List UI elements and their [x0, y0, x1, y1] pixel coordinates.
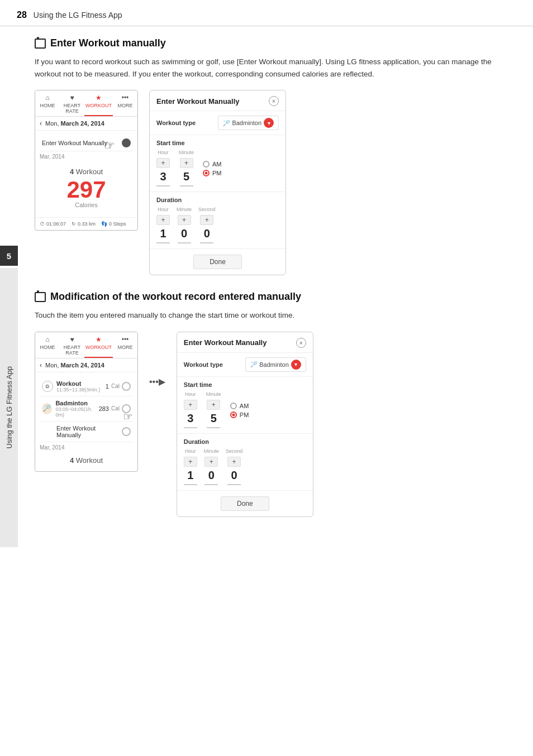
arrow-section: •••▶ — [149, 332, 165, 387]
hour-up-2[interactable]: + — [184, 400, 197, 410]
pm-label-2: PM — [240, 412, 249, 418]
minute-label-2: Minute — [206, 391, 221, 397]
duration-picker-row-2: Hour + 1 Minute + 0 Second — [184, 448, 306, 486]
cal-label-1: Cal — [111, 383, 120, 389]
workout-item-info-1: Workout 11:35~11:38(3min.) — [56, 380, 100, 393]
minute-val-2: 5 — [207, 412, 220, 425]
time-picker-row-2: Hour + 3 Minute + 5 — [184, 391, 306, 429]
dur-second-val-2: 0 — [227, 468, 241, 482]
dropdown-arrow[interactable]: ▾ — [264, 118, 274, 128]
minute-line-2 — [207, 427, 220, 428]
nav-home[interactable]: ⌂ HOME — [35, 90, 60, 116]
done-button-1[interactable]: Done — [193, 255, 242, 269]
steps-icon-group: 👣 0 Steps — [101, 221, 126, 227]
dur-minute-up-2[interactable]: + — [204, 457, 218, 467]
start-time-section: Start time Hour + 3 Minute + 5 — [150, 135, 285, 192]
date-text-2: Mon, March 24, 2014 — [45, 362, 104, 369]
pm-radio-row-2[interactable]: PM — [230, 412, 249, 418]
nav2-heartrate[interactable]: ♥ HEART RATE — [60, 332, 84, 358]
workout-item-left-3: Enter Workout Manually — [42, 425, 122, 438]
enter-workout-row[interactable]: Enter Workout Manually ☞ — [40, 135, 133, 151]
dur-minute-label: Minute — [177, 207, 192, 212]
am-radio-2[interactable] — [230, 403, 237, 409]
workout-type-row: Workout type 🏸 Badminton ▾ — [150, 111, 285, 135]
workout-list-item-1[interactable]: ⊙ Workout 11:35~11:38(3min.) 1 Cal — [40, 377, 133, 396]
dur-second-up[interactable]: + — [200, 215, 213, 225]
dialog-close-2[interactable]: × — [296, 338, 306, 348]
hour-label: Hour — [158, 150, 169, 155]
dur-second-up-2[interactable]: + — [227, 457, 241, 467]
workout-type-badge[interactable]: 🏸 Badminton ▾ — [218, 116, 279, 130]
enter-workout-btn[interactable]: Enter Workout Manually ☞ — [42, 140, 107, 146]
month-label-1: Mar, 2014 — [40, 151, 133, 161]
clock-icon: ⏱ — [40, 221, 45, 227]
hand-cursor-2: ☞ — [123, 410, 133, 423]
am-radio-row-2[interactable]: AM — [230, 403, 249, 409]
badminton-icon: 🏸 — [223, 120, 230, 126]
workout-list-item-2[interactable]: 🏸 Badminton 03:05~04:05(1h. 0m) 283 Cal … — [40, 396, 133, 422]
ampm-col: AM PM — [203, 150, 222, 176]
pm-radio-2[interactable] — [230, 412, 237, 418]
workout-time-1: 11:35~11:38(3min.) — [56, 387, 100, 393]
steps-icon: 👣 — [101, 221, 107, 227]
hour-up[interactable]: + — [156, 158, 170, 168]
nav-bar-1: ⌂ HOME ♥ HEART RATE ★ WORKOUT ••• MORE — [35, 90, 137, 117]
dur-minute-up[interactable]: + — [178, 215, 191, 225]
done-button-2[interactable]: Done — [221, 496, 269, 511]
nav-more[interactable]: ••• MORE — [113, 90, 137, 116]
minute-col: Minute + 5 — [179, 150, 194, 187]
pm-radio-row[interactable]: PM — [203, 170, 222, 176]
minute-up-2[interactable]: + — [207, 400, 220, 410]
minute-up[interactable]: + — [180, 158, 193, 168]
dur-hour-up-2[interactable]: + — [184, 457, 197, 467]
dur-minute-col: Minute + 0 — [177, 207, 192, 244]
workout-cal-1: 1 — [106, 383, 109, 390]
check-1 — [122, 382, 131, 391]
dialog-title-2: Enter Workout Manually — [184, 338, 267, 347]
phone-content-2: ⊙ Workout 11:35~11:38(3min.) 1 Cal — [35, 372, 137, 471]
back-arrow-2[interactable]: ‹ — [40, 361, 42, 369]
pm-label: PM — [212, 170, 222, 176]
workout-item-left-2: 🏸 Badminton 03:05~04:05(1h. 0m) — [42, 400, 99, 418]
document-icon — [35, 39, 46, 49]
nav2-workout[interactable]: ★ WORKOUT — [84, 332, 113, 358]
page-header: 28 Using the LG Fitness App — [0, 0, 533, 26]
duration-section-2: Duration Hour + 1 Minute + 0 — [177, 434, 313, 491]
big-calories: 297 — [66, 178, 106, 202]
dropdown-arrow-2[interactable]: ▾ — [291, 360, 301, 370]
am-radio[interactable] — [203, 161, 210, 168]
workout-time-2: 03:05~04:05(1h. 0m) — [55, 406, 98, 418]
home-icon: ⌂ — [45, 94, 49, 102]
nav-heartrate[interactable]: ♥ HEART RATE — [60, 90, 84, 116]
start-time-label-2: Start time — [184, 381, 306, 388]
date-text: Mon, March 24, 2014 — [45, 120, 104, 127]
dur-hour-label-2: Hour — [185, 448, 196, 454]
phone-bottom-bar-1: ⏱ 01:06:07 ↻ 0.33 km 👣 0 Steps — [35, 217, 137, 230]
start-time-label: Start time — [156, 140, 279, 146]
nav-workout[interactable]: ★ WORKOUT — [84, 90, 113, 116]
cal-label-2: Cal — [111, 405, 120, 412]
distance-icon: ↻ — [72, 221, 76, 227]
dialog-close-1[interactable]: × — [269, 96, 279, 106]
back-arrow[interactable]: ‹ — [40, 119, 42, 127]
phone-content-1: Enter Workout Manually ☞ Mar, 2014 4 Wor… — [35, 131, 137, 217]
phone-screen-2: ⌂ HOME ♥ HEART RATE ★ WORKOUT ••• MORE — [35, 332, 138, 472]
dialog-2: Enter Workout Manually × Workout type 🏸 … — [177, 332, 313, 517]
workout-list-item-3[interactable]: Enter Workout Manually — [40, 422, 133, 442]
pm-radio[interactable] — [203, 170, 210, 176]
workout-type-label: Workout type — [156, 119, 196, 126]
section2-title: Modification of the workout record enter… — [50, 291, 301, 303]
workout-item-info-2: Badminton 03:05~04:05(1h. 0m) — [55, 400, 98, 418]
am-radio-row[interactable]: AM — [203, 161, 222, 168]
dur-minute-line-2 — [204, 484, 218, 485]
nav2-home[interactable]: ⌂ HOME — [35, 332, 60, 358]
badminton-icon-2: 🏸 — [250, 361, 257, 367]
dialog-1: Enter Workout Manually × Workout type 🏸 … — [149, 90, 286, 275]
workout-count-2: 4 Workout — [40, 452, 133, 467]
hour-col-2: Hour + 3 — [184, 391, 197, 429]
section2-wrapper: Modification of the workout record enter… — [35, 291, 516, 517]
nav2-more[interactable]: ••• MORE — [113, 332, 137, 358]
dur-hour-up[interactable]: + — [156, 215, 170, 225]
workout-type-badge-2[interactable]: 🏸 Badminton ▾ — [245, 357, 306, 372]
nav-more-label: MORE — [118, 103, 133, 108]
